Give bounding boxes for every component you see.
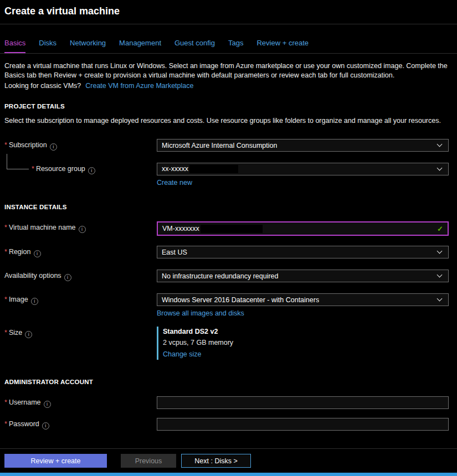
info-icon: i [79,226,86,233]
info-icon: i [42,422,49,430]
resource-group-row: *Resource groupi xx-xxxxx Create new [4,163,449,187]
info-icon: i [50,143,57,151]
vm-name-label: Virtual machine name [9,224,76,231]
section-instance-details: INSTANCE DETAILS [4,204,449,210]
vm-name-label-group: *Virtual machine namei [4,221,157,233]
classic-vm-question: Looking for classic VMs? [4,82,81,90]
region-label-group: *Regioni [4,246,157,257]
chevron-down-icon [437,249,443,254]
availability-select[interactable]: No infrastructure redundancy required [157,270,449,282]
username-label: Username [9,399,41,406]
tab-review-create[interactable]: Review + create [256,39,309,53]
required-asterisk: * [4,141,7,149]
vm-name-row: *Virtual machine namei VM-xxxxxxx ✓ [4,221,449,236]
password-input[interactable] [157,418,449,431]
availability-value: No infrastructure redundancy required [162,272,279,280]
classic-vm-line: Looking for classic VMs?Create VM from A… [4,81,449,91]
subscription-row: *Subscriptioni Microsoft Azure Internal … [4,139,449,152]
tab-bar: Basics Disks Networking Management Guest… [0,24,457,53]
page-title: Create a virtual machine [4,6,453,17]
vm-name-input[interactable]: VM-xxxxxxx ✓ [157,221,449,236]
size-label: Size [9,329,22,337]
info-icon: i [34,250,41,257]
basics-tab-content: Create a virtual machine that runs Linux… [0,61,457,431]
review-create-button[interactable]: Review + create [4,454,107,468]
region-row: *Regioni East US [4,246,449,258]
image-label-group: *Imagei [4,293,157,305]
image-select[interactable]: Windows Server 2016 Datacenter - with Co… [157,293,449,306]
username-input[interactable] [157,396,449,409]
selected-size-card: Standard DS2 v2 2 vcpus, 7 GB memory Cha… [157,327,449,360]
password-label: Password [9,420,39,428]
required-asterisk: * [4,248,7,256]
valid-check-icon: ✓ [437,225,443,233]
next-disks-button[interactable]: Next : Disks > [181,454,251,468]
page-header: Create a virtual machine [0,0,457,24]
required-asterisk: * [4,329,7,337]
required-asterisk: * [4,296,7,303]
size-name: Standard DS2 v2 [163,328,449,335]
chevron-down-icon [437,142,443,147]
required-asterisk: * [4,399,7,406]
info-icon: i [31,298,38,305]
tab-tags[interactable]: Tags [228,39,243,53]
region-label: Region [9,248,31,256]
redaction-box [201,225,263,233]
region-select[interactable]: East US [157,246,449,258]
size-specs: 2 vcpus, 7 GB memory [163,339,449,346]
resource-group-select[interactable]: xx-xxxxx [157,163,449,175]
section-administrator-account: ADMINISTRATOR ACCOUNT [4,379,449,385]
create-vm-page: Create a virtual machine Basics Disks Ne… [0,0,457,476]
image-label: Image [9,296,28,303]
availability-options-row: Availability optionsi No infrastructure … [4,270,449,282]
tab-management[interactable]: Management [119,39,161,53]
region-value: East US [162,249,187,256]
tab-guest-config[interactable]: Guest config [174,39,215,53]
username-label-group: *Usernamei [4,396,157,408]
intro-text: Create a virtual machine that runs Linux… [4,61,449,80]
image-value: Windows Server 2016 Datacenter - with Co… [162,296,319,304]
size-row: *Sizei Standard DS2 v2 2 vcpus, 7 GB mem… [4,327,449,360]
info-icon: i [44,401,51,408]
tab-disks[interactable]: Disks [39,39,57,53]
required-asterisk: * [32,165,34,173]
username-row: *Usernamei [4,396,449,409]
availability-label: Availability options [4,272,61,280]
subscription-select[interactable]: Microsoft Azure Internal Consumption [157,139,449,152]
bottom-accent-bar [0,473,457,476]
image-row: *Imagei Windows Server 2016 Datacenter -… [4,293,449,318]
create-new-resource-group-link[interactable]: Create new [157,179,192,187]
tab-networking[interactable]: Networking [70,39,106,53]
redaction-box [189,165,238,173]
size-label-group: *Sizei [4,327,157,338]
classic-vm-link[interactable]: Create VM from Azure Marketplace [85,82,193,90]
info-icon: i [88,167,95,174]
required-asterisk: * [4,224,7,231]
browse-images-link[interactable]: Browse all images and disks [157,309,244,317]
subscription-value: Microsoft Azure Internal Consumption [162,142,277,149]
previous-button[interactable]: Previous [121,454,176,468]
wizard-footer: Review + create Previous Next : Disks > [0,448,457,473]
vm-name-value: VM-xxxxxxx [162,225,199,232]
subscription-label: Subscription [9,141,47,149]
chevron-down-icon [437,165,443,171]
project-details-description: Select the subscription to manage deploy… [4,116,449,126]
section-project-details: PROJECT DETAILS [4,103,449,110]
required-asterisk: * [4,420,7,428]
resource-group-value: xx-xxxxx [162,165,238,173]
change-size-link[interactable]: Change size [163,350,202,358]
chevron-down-icon [437,296,443,302]
info-icon: i [25,331,32,338]
subscription-label-group: *Subscriptioni [4,139,157,151]
tabs-divider [0,53,457,54]
resource-group-label-group: *Resource groupi [4,163,157,174]
resource-group-label-wrap: *Resource groupi [32,165,95,173]
password-row: *Passwordi [4,418,449,431]
resource-group-connector-line [7,154,29,169]
availability-label-group: Availability optionsi [4,270,157,281]
tab-basics[interactable]: Basics [4,39,25,53]
password-label-group: *Passwordi [4,418,157,430]
chevron-down-icon [437,272,443,278]
resource-group-label: Resource group [36,165,85,173]
info-icon: i [64,274,71,281]
